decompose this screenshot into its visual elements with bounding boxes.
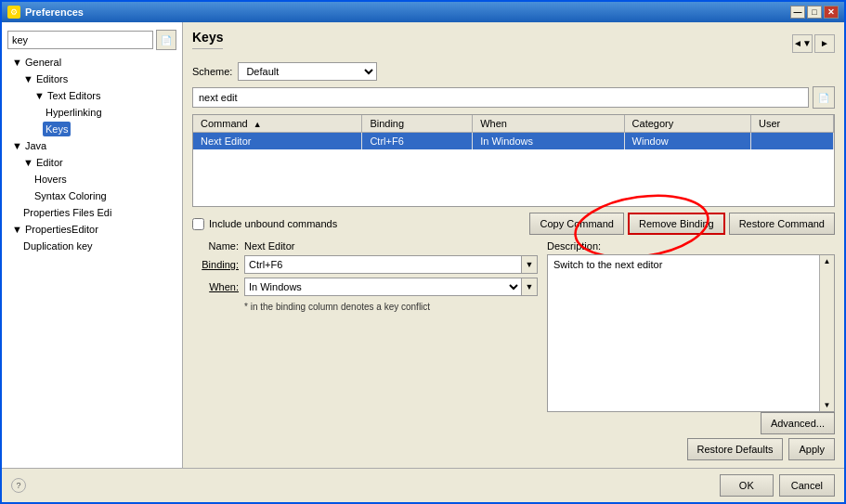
close-button[interactable]: ✕ bbox=[824, 6, 839, 19]
sidebar-item-text-editors-label: ▼ Text Editors bbox=[32, 88, 103, 103]
sidebar-item-syntax-coloring[interactable]: Syntax Coloring bbox=[2, 187, 182, 204]
page-title: Keys bbox=[192, 30, 223, 49]
sidebar-item-editors-label: ▼ Editors bbox=[20, 71, 71, 86]
preferences-window: ⚙ Preferences — □ ✕ 📄 ▼ General ▼ Editor… bbox=[0, 0, 846, 504]
cancel-button[interactable]: Cancel bbox=[779, 474, 835, 497]
col-user[interactable]: User bbox=[750, 115, 833, 133]
details-left: Name: Next Editor Binding: ▼ When: bbox=[192, 240, 538, 412]
name-row: Name: Next Editor bbox=[192, 240, 538, 252]
remove-binding-container: Remove Binding bbox=[628, 213, 725, 235]
sidebar-item-hyperlinking-label: Hyperlinking bbox=[43, 105, 105, 120]
binding-input[interactable] bbox=[244, 255, 521, 274]
when-select[interactable]: In Windows In Dialogs and Windows In Dia… bbox=[244, 278, 521, 296]
advanced-row: Advanced... bbox=[192, 412, 835, 434]
title-bar: ⚙ Preferences — □ ✕ bbox=[2, 2, 844, 22]
minimize-button[interactable]: — bbox=[790, 6, 805, 19]
main-content: 📄 ▼ General ▼ Editors ▼ Text Editors Hyp… bbox=[2, 22, 844, 468]
restore-defaults-button[interactable]: Restore Defaults bbox=[687, 438, 784, 460]
binding-row: Binding: ▼ bbox=[192, 255, 538, 274]
sidebar-item-general-label: ▼ General bbox=[9, 55, 64, 70]
nav-icons: ◄▼ ► bbox=[792, 34, 835, 53]
sidebar-item-keys[interactable]: Keys bbox=[2, 121, 182, 137]
conflict-note: * in the binding column denotes a key co… bbox=[192, 302, 538, 312]
search-button[interactable]: 📄 bbox=[813, 86, 835, 109]
sidebar: 📄 ▼ General ▼ Editors ▼ Text Editors Hyp… bbox=[2, 22, 183, 468]
unbound-checkbox[interactable] bbox=[192, 218, 204, 230]
search-row: 📄 bbox=[192, 86, 835, 109]
ok-button[interactable]: OK bbox=[720, 474, 774, 497]
sidebar-item-editors[interactable]: ▼ Editors bbox=[2, 71, 182, 87]
nav-forward-button[interactable]: ► bbox=[814, 34, 835, 53]
apply-button[interactable]: Apply bbox=[788, 438, 835, 460]
cell-category: Window bbox=[624, 133, 750, 150]
restore-command-button[interactable]: Restore Command bbox=[729, 213, 835, 235]
sidebar-item-java-label: ▼ Java bbox=[9, 138, 49, 153]
sidebar-item-editor[interactable]: ▼ Editor bbox=[2, 154, 182, 171]
sidebar-search-button[interactable]: 📄 bbox=[156, 30, 176, 50]
cell-user bbox=[750, 133, 833, 150]
header-toolbar: Keys ◄▼ ► bbox=[192, 30, 835, 57]
sidebar-item-keys-label: Keys bbox=[43, 122, 71, 136]
scheme-label: Scheme: bbox=[192, 66, 232, 77]
description-scrollbar[interactable]: ▲ ▼ bbox=[819, 255, 834, 411]
help-icon[interactable]: ? bbox=[11, 478, 26, 493]
when-row: When: In Windows In Dialogs and Windows … bbox=[192, 278, 538, 296]
binding-arrow-button[interactable]: ▼ bbox=[521, 255, 538, 274]
col-when[interactable]: When bbox=[473, 115, 624, 133]
sidebar-item-general[interactable]: ▼ General bbox=[2, 54, 182, 71]
restore-defaults-row: Restore Defaults Apply bbox=[192, 438, 835, 460]
sidebar-search-area: 📄 bbox=[2, 26, 182, 54]
unbound-label: Include unbound commands bbox=[209, 218, 337, 229]
name-value: Next Editor bbox=[244, 240, 294, 252]
description-box: Switch to the next editor ▲ ▼ bbox=[547, 254, 835, 412]
when-arrow-button[interactable]: ▼ bbox=[521, 278, 538, 296]
when-label: When: bbox=[192, 281, 239, 292]
col-command[interactable]: Command ▲ bbox=[193, 115, 362, 133]
copy-command-button[interactable]: Copy Command bbox=[529, 213, 623, 235]
sidebar-item-duplication-key-label: Duplication key bbox=[20, 239, 96, 253]
app-icon: ⚙ bbox=[7, 6, 20, 19]
content-area: Keys ◄▼ ► Scheme: Default Emacs Microsof… bbox=[183, 22, 844, 468]
maximize-button[interactable]: □ bbox=[807, 6, 822, 19]
sidebar-item-text-editors[interactable]: ▼ Text Editors bbox=[2, 87, 182, 104]
sidebar-item-java[interactable]: ▼ Java bbox=[2, 137, 182, 154]
when-select-wrapper: In Windows In Dialogs and Windows In Dia… bbox=[244, 278, 538, 296]
keys-table: Command ▲ Binding When Category User Nex… bbox=[193, 115, 834, 149]
actions-row: Include unbound commands Copy Command Re… bbox=[192, 213, 835, 235]
binding-label: Binding: bbox=[192, 259, 239, 270]
status-area: ? bbox=[11, 474, 714, 497]
sidebar-item-hovers[interactable]: Hovers bbox=[2, 171, 182, 187]
sidebar-item-hyperlinking[interactable]: Hyperlinking bbox=[2, 104, 182, 121]
details-right: Description: Switch to the next editor ▲… bbox=[547, 240, 835, 412]
sidebar-item-properties-files[interactable]: Properties Files Edi bbox=[2, 204, 182, 221]
description-label: Description: bbox=[547, 240, 835, 252]
advanced-button[interactable]: Advanced... bbox=[761, 412, 835, 434]
search-input[interactable] bbox=[192, 87, 809, 108]
cell-binding: Ctrl+F6 bbox=[362, 133, 473, 150]
remove-binding-button[interactable]: Remove Binding bbox=[628, 213, 725, 235]
keys-table-container: Command ▲ Binding When Category User Nex… bbox=[192, 114, 835, 207]
sidebar-item-hovers-label: Hovers bbox=[32, 172, 70, 187]
sidebar-item-editor-label: ▼ Editor bbox=[20, 155, 66, 170]
description-text: Switch to the next editor bbox=[553, 259, 662, 270]
title-bar-buttons: — □ ✕ bbox=[790, 6, 839, 19]
unbound-row: Include unbound commands bbox=[192, 218, 337, 230]
col-category[interactable]: Category bbox=[624, 115, 750, 133]
table-row[interactable]: Next Editor Ctrl+F6 In Windows Window bbox=[193, 133, 834, 150]
sidebar-item-syntax-coloring-label: Syntax Coloring bbox=[32, 188, 110, 203]
bottom-buttons-bar: ? OK Cancel bbox=[2, 468, 844, 502]
sidebar-search-input[interactable] bbox=[7, 31, 153, 49]
window-title: Preferences bbox=[25, 6, 84, 18]
name-label: Name: bbox=[192, 240, 239, 252]
sidebar-item-properties-editor[interactable]: ▼ PropertiesEditor bbox=[2, 221, 182, 238]
cell-when: In Windows bbox=[473, 133, 624, 150]
cell-command: Next Editor bbox=[193, 133, 362, 150]
sidebar-item-properties-files-label: Properties Files Edi bbox=[20, 205, 114, 220]
title-bar-left: ⚙ Preferences bbox=[7, 6, 84, 19]
nav-back-button[interactable]: ◄▼ bbox=[792, 34, 813, 53]
col-binding[interactable]: Binding bbox=[362, 115, 473, 133]
action-buttons: Copy Command Remove Binding Restore Comm… bbox=[529, 213, 835, 235]
binding-input-wrapper: ▼ bbox=[244, 255, 538, 274]
sidebar-item-duplication-key[interactable]: Duplication key bbox=[2, 238, 182, 254]
scheme-select[interactable]: Default Emacs Microsoft Visual Studio bbox=[238, 62, 377, 81]
